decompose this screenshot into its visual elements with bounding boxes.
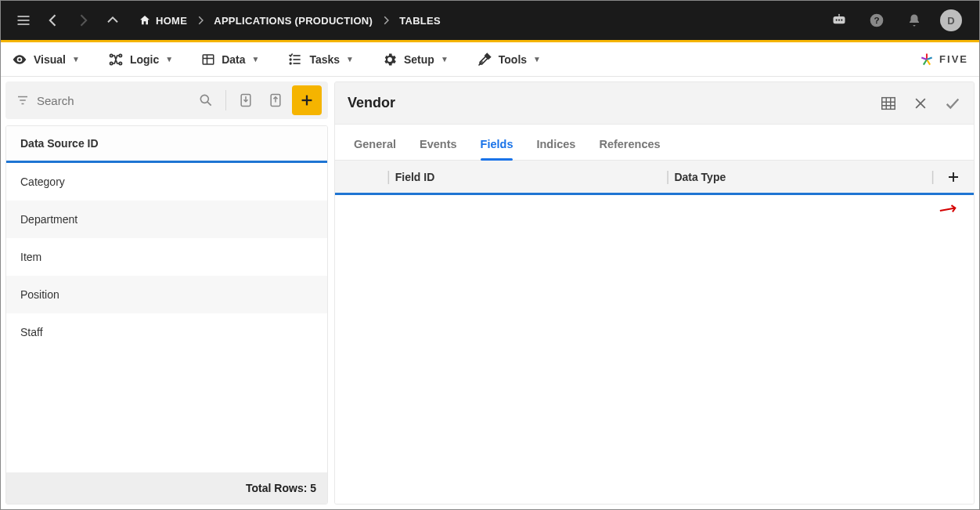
plus-icon xyxy=(298,92,315,109)
add-field-button[interactable] xyxy=(944,168,963,186)
svg-point-8 xyxy=(838,14,840,16)
chevron-down-icon: ▼ xyxy=(346,55,354,63)
svg-point-15 xyxy=(119,62,121,64)
list-body: Category Department Item Position Staff xyxy=(6,163,327,472)
help-icon[interactable]: ? xyxy=(865,9,888,32)
breadcrumb-tables[interactable]: TABLES xyxy=(399,15,441,27)
nav-back-icon[interactable] xyxy=(41,9,65,32)
tab-fields[interactable]: Fields xyxy=(481,138,513,160)
search-input[interactable] xyxy=(37,94,170,107)
svg-point-12 xyxy=(110,54,112,56)
tab-general[interactable]: General xyxy=(354,138,396,160)
svg-line-44 xyxy=(940,201,955,216)
detail-header: Vendor xyxy=(335,82,974,125)
list-item[interactable]: Department xyxy=(6,201,327,238)
column-separator: | xyxy=(661,168,675,185)
tasks-icon xyxy=(287,52,303,67)
close-icon[interactable] xyxy=(913,96,928,111)
tab-indices[interactable]: Indices xyxy=(536,138,575,160)
brand-icon xyxy=(919,52,935,67)
column-data-type: Data Type xyxy=(674,171,961,183)
breadcrumb-applications[interactable]: APPLICATIONS (PRODUCTION) xyxy=(214,15,373,27)
column-field-id: Field ID xyxy=(395,171,661,183)
logic-icon xyxy=(108,52,124,67)
brand-logo: FIVE xyxy=(919,52,968,67)
search-icon[interactable] xyxy=(193,87,219,114)
chevron-down-icon: ▼ xyxy=(252,55,260,63)
svg-point-22 xyxy=(290,59,292,60)
tab-row: General Events Fields Indices References xyxy=(335,125,974,161)
svg-point-27 xyxy=(200,95,208,103)
gear-icon xyxy=(382,52,398,67)
breadcrumb: HOME APPLICATIONS (PRODUCTION) TABLES xyxy=(139,14,441,27)
divider xyxy=(225,90,226,110)
topbar: HOME APPLICATIONS (PRODUCTION) TABLES ? xyxy=(1,1,979,40)
upload-icon[interactable] xyxy=(262,87,289,114)
eye-icon xyxy=(12,52,27,67)
column-separator: | xyxy=(382,168,395,185)
nav-up-icon[interactable] xyxy=(101,9,124,32)
breadcrumb-home-label: HOME xyxy=(156,15,187,27)
chevron-down-icon: ▼ xyxy=(165,55,173,63)
list-footer: Total Rows: 5 xyxy=(6,472,327,504)
download-icon[interactable] xyxy=(232,87,259,114)
menu-visual[interactable]: Visual▼ xyxy=(12,52,80,67)
main-area: Data Source ID Category Department Item … xyxy=(1,77,979,509)
menubar: Visual▼ Logic▼ Data▼ Tasks▼ Setup▼ Tools… xyxy=(1,42,979,77)
chat-icon[interactable] xyxy=(827,9,851,32)
avatar[interactable]: D xyxy=(940,9,962,31)
breadcrumb-home[interactable]: HOME xyxy=(139,14,187,27)
menu-tools[interactable]: Tools▼ xyxy=(477,52,541,67)
fields-grid-header: | Field ID | Data Type | xyxy=(335,161,974,195)
tab-events[interactable]: Events xyxy=(420,138,457,160)
detail-title: Vendor xyxy=(348,95,395,111)
list-header: Data Source ID xyxy=(6,126,327,163)
nav-forward-icon xyxy=(71,9,95,32)
svg-point-14 xyxy=(110,62,112,64)
svg-point-5 xyxy=(838,20,840,21)
search-row xyxy=(5,81,328,119)
chevron-right-icon xyxy=(195,15,206,26)
svg-text:?: ? xyxy=(874,15,879,25)
menu-setup[interactable]: Setup▼ xyxy=(382,52,449,67)
annotation-arrow-icon xyxy=(935,196,961,222)
filter-icon[interactable] xyxy=(12,93,34,107)
plus-icon xyxy=(946,170,960,184)
chevron-down-icon: ▼ xyxy=(533,55,541,63)
tab-references[interactable]: References xyxy=(599,138,660,160)
list-item[interactable]: Category xyxy=(6,163,327,201)
list-item[interactable]: Position xyxy=(6,276,327,313)
grid-view-icon[interactable] xyxy=(880,95,897,112)
data-source-list: Data Source ID Category Department Item … xyxy=(5,125,328,505)
fields-grid-body xyxy=(335,195,974,504)
home-icon xyxy=(139,14,151,27)
detail-panel: Vendor General Events Fields Indices Ref… xyxy=(334,81,975,505)
list-item[interactable]: Staff xyxy=(6,313,327,351)
side-panel: Data Source ID Category Department Item … xyxy=(5,81,328,505)
tools-icon xyxy=(477,52,492,67)
svg-rect-16 xyxy=(203,55,214,64)
menu-tasks[interactable]: Tasks▼ xyxy=(287,52,354,67)
chevron-right-icon xyxy=(380,15,391,26)
menu-data[interactable]: Data▼ xyxy=(201,52,259,67)
svg-point-11 xyxy=(18,58,20,60)
bell-icon[interactable] xyxy=(903,9,926,32)
svg-point-6 xyxy=(841,20,842,21)
svg-point-23 xyxy=(290,63,292,64)
svg-line-28 xyxy=(207,102,211,106)
add-record-button[interactable] xyxy=(292,85,322,115)
chevron-down-icon: ▼ xyxy=(441,55,449,63)
list-item[interactable]: Item xyxy=(6,238,327,276)
svg-point-4 xyxy=(836,20,838,21)
confirm-check-icon[interactable] xyxy=(944,95,961,112)
menu-logic[interactable]: Logic▼ xyxy=(108,52,173,67)
column-separator: | xyxy=(926,168,939,185)
chevron-down-icon: ▼ xyxy=(72,55,80,63)
table-icon xyxy=(201,52,215,67)
hamburger-menu-icon[interactable] xyxy=(12,9,35,32)
svg-point-13 xyxy=(119,54,121,56)
svg-rect-35 xyxy=(882,97,895,109)
